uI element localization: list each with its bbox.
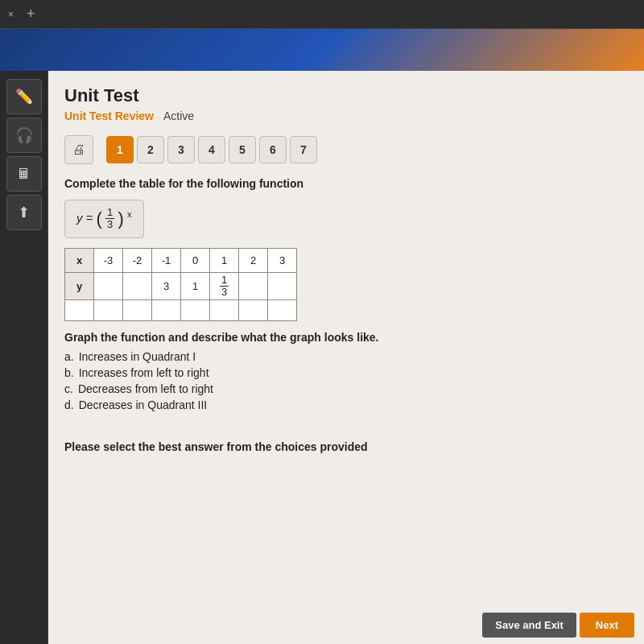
pencil-icon: ✏️ bbox=[15, 88, 33, 105]
y-val-1: 1 3 bbox=[210, 272, 239, 300]
question-1-button[interactable]: 1 bbox=[106, 136, 134, 163]
choice-c[interactable]: c. Decreases from left to right bbox=[64, 382, 628, 395]
x-val-1: 1 bbox=[210, 248, 239, 272]
fraction-numerator: 1 bbox=[105, 207, 114, 219]
tab-add-button[interactable]: + bbox=[27, 6, 35, 23]
choice-d-letter: d. bbox=[64, 398, 74, 411]
choice-a[interactable]: a. Increases in Quadrant I bbox=[64, 350, 628, 363]
table-row-x: x -3 -2 -1 0 1 2 3 bbox=[65, 248, 297, 272]
tab-close-button[interactable]: × bbox=[8, 9, 14, 20]
x-val-neg2: -2 bbox=[123, 248, 152, 272]
title-area: Unit Test Unit Test Review Active bbox=[48, 71, 644, 129]
page-title: Unit Test bbox=[64, 85, 628, 106]
main-area: ✏️ 🎧 🖩 ⬆ Unit Test Unit Test Review Acti… bbox=[0, 71, 644, 644]
arrow-up-icon: ⬆ bbox=[18, 204, 30, 221]
empty-5 bbox=[210, 300, 239, 321]
formula-close-paren: ) bbox=[118, 208, 124, 229]
formula-equals: = bbox=[86, 211, 97, 225]
x-val-neg3: -3 bbox=[94, 248, 123, 272]
function-table: x -3 -2 -1 0 1 2 3 y 3 1 bbox=[64, 248, 297, 322]
print-icon: 🖨 bbox=[72, 142, 85, 157]
choice-b[interactable]: b. Increases from left to right bbox=[64, 366, 628, 379]
fraction-denominator: 3 bbox=[105, 219, 114, 230]
question-nav: 🖨 1 2 3 4 5 6 7 bbox=[48, 129, 644, 171]
breadcrumb-link[interactable]: Unit Test Review bbox=[64, 109, 154, 122]
question-6-button[interactable]: 6 bbox=[259, 136, 287, 163]
status-badge: Active bbox=[163, 109, 194, 122]
next-button[interactable]: Next bbox=[580, 613, 634, 638]
empty-1 bbox=[94, 300, 123, 321]
headset-button[interactable]: 🎧 bbox=[6, 118, 42, 153]
app-header bbox=[0, 29, 644, 71]
sidebar: ✏️ 🎧 🖩 ⬆ bbox=[0, 71, 48, 644]
x-label: x bbox=[65, 248, 94, 272]
breadcrumb: Unit Test Review Active bbox=[64, 109, 628, 122]
choice-b-letter: b. bbox=[64, 366, 74, 379]
print-button[interactable]: 🖨 bbox=[64, 135, 93, 164]
choice-c-letter: c. bbox=[64, 382, 73, 395]
choice-d[interactable]: d. Decreases in Quadrant III bbox=[64, 398, 628, 411]
formula-y: y bbox=[76, 211, 83, 225]
choice-a-text: Increases in Quadrant I bbox=[79, 350, 196, 363]
please-select-text: Please select the best answer from the c… bbox=[48, 427, 644, 460]
formula-open-paren: ( bbox=[97, 208, 102, 229]
x-val-neg1: -1 bbox=[152, 248, 181, 272]
table-row-empty bbox=[65, 300, 297, 321]
question-7-button[interactable]: 7 bbox=[290, 136, 317, 163]
formula-exponent: x bbox=[127, 209, 132, 219]
y-val-2 bbox=[239, 272, 268, 300]
x-val-2: 2 bbox=[239, 248, 268, 272]
empty-6 bbox=[239, 300, 268, 321]
formula-fraction: 1 3 bbox=[105, 207, 114, 231]
x-val-0: 0 bbox=[181, 248, 210, 272]
content-panel: Unit Test Unit Test Review Active 🖨 1 2 … bbox=[48, 71, 644, 644]
question-2-button[interactable]: 2 bbox=[137, 136, 164, 163]
choice-a-letter: a. bbox=[64, 350, 74, 363]
y-val-neg2 bbox=[123, 272, 152, 300]
calculator-button[interactable]: 🖩 bbox=[6, 156, 42, 192]
question-4-button[interactable]: 4 bbox=[198, 136, 225, 163]
calculator-icon: 🖩 bbox=[17, 166, 31, 183]
empty-0 bbox=[65, 300, 94, 321]
empty-3 bbox=[152, 300, 181, 321]
question-5-button[interactable]: 5 bbox=[229, 136, 256, 163]
headset-icon: 🎧 bbox=[15, 126, 33, 144]
save-exit-button[interactable]: Save and Exit bbox=[482, 613, 576, 638]
bottom-bar: Save and Exit Next bbox=[473, 606, 644, 644]
y-val-0: 1 bbox=[181, 272, 210, 300]
browser-chrome: × + bbox=[0, 0, 644, 29]
arrow-up-button[interactable]: ⬆ bbox=[6, 195, 42, 230]
y1-fraction: 1 3 bbox=[220, 275, 229, 299]
browser-tab: × + bbox=[8, 6, 35, 23]
y-label: y bbox=[65, 272, 94, 300]
question-area: Complete the table for the following fun… bbox=[48, 171, 644, 427]
formula-box: y = ( 1 3 ) x bbox=[64, 200, 144, 238]
choice-d-text: Decreases in Quadrant III bbox=[79, 398, 208, 411]
question-3-button[interactable]: 3 bbox=[167, 136, 195, 163]
question-instruction: Complete the table for the following fun… bbox=[64, 177, 628, 190]
choice-b-text: Increases from left to right bbox=[79, 366, 209, 379]
empty-2 bbox=[123, 300, 152, 321]
table-row-y: y 3 1 1 3 bbox=[65, 272, 297, 300]
pencil-tool-button[interactable]: ✏️ bbox=[6, 79, 42, 114]
x-val-3: 3 bbox=[268, 248, 297, 272]
empty-7 bbox=[268, 300, 297, 321]
y-val-neg1: 3 bbox=[152, 272, 181, 300]
y-val-3 bbox=[268, 272, 297, 300]
y-val-neg3 bbox=[94, 272, 123, 300]
choice-c-text: Decreases from left to right bbox=[78, 382, 213, 395]
graph-description: Graph the function and describe what the… bbox=[64, 331, 628, 344]
empty-4 bbox=[181, 300, 210, 321]
